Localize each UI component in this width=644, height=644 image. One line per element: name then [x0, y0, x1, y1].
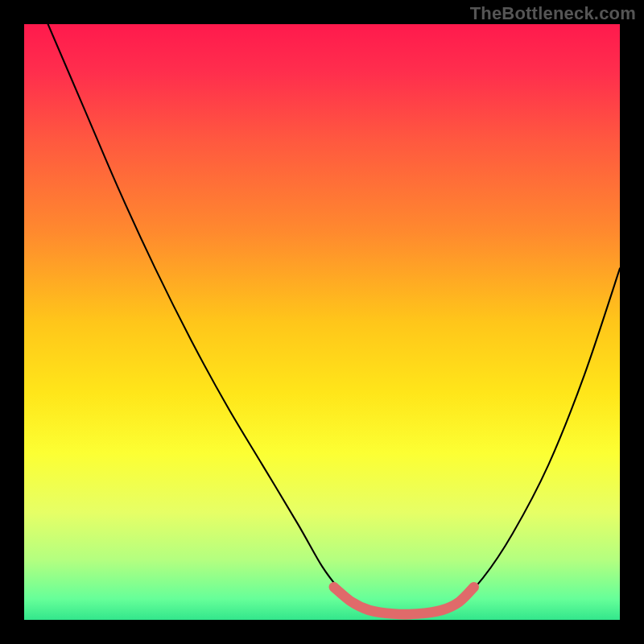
plot-area	[24, 24, 620, 620]
watermark-text: TheBottleneck.com	[470, 3, 636, 24]
curve-layer	[24, 24, 620, 620]
trough-highlight	[334, 587, 474, 614]
bottleneck-curve	[48, 24, 620, 614]
chart-frame: TheBottleneck.com	[0, 0, 644, 644]
